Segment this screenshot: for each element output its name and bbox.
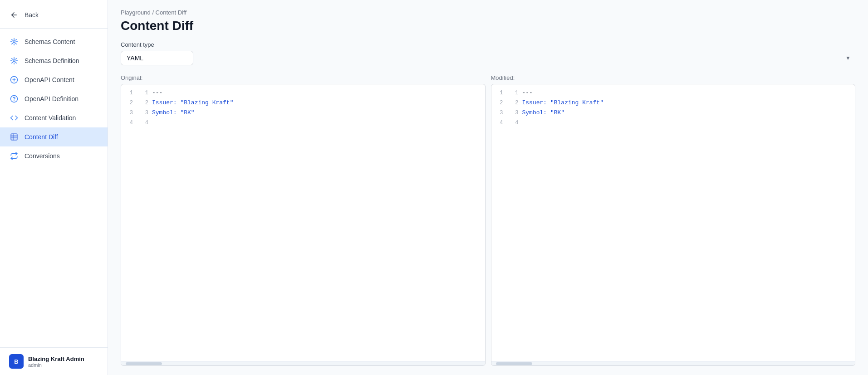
modified-editor[interactable]: 1 1 --- 2 2 Issuer: "Blazing Kraft" 3 3 bbox=[491, 84, 856, 366]
schemas-def-icon bbox=[9, 56, 19, 66]
sidebar-user: B Blazing Kraft Admin admin bbox=[0, 347, 108, 375]
svg-point-2 bbox=[13, 60, 15, 62]
scrollbar-horizontal[interactable] bbox=[121, 361, 485, 365]
page-title: Content Diff bbox=[121, 19, 855, 33]
chevron-down-icon: ▼ bbox=[845, 55, 851, 61]
original-panel: Original: 1 1 --- 2 2 Issuer: "Blazing K… bbox=[121, 74, 485, 366]
sidebar-item-label: Content Diff bbox=[25, 133, 58, 141]
svg-point-1 bbox=[13, 41, 15, 43]
user-name: Blazing Kraft Admin bbox=[28, 356, 84, 362]
sidebar-item-schemas-content[interactable]: Schemas Content bbox=[0, 32, 108, 51]
modified-panel: Modified: 1 1 --- 2 2 Issuer: "Blazing K… bbox=[491, 74, 856, 366]
diff-panels: Original: 1 1 --- 2 2 Issuer: "Blazing K… bbox=[121, 74, 855, 366]
content-type-select-wrapper: YAML JSON XML ▼ bbox=[121, 51, 855, 65]
line-number-inner: 2 bbox=[510, 98, 522, 107]
line-text: Symbol: "BK" bbox=[522, 108, 855, 117]
sidebar-item-label: Content Validation bbox=[25, 114, 76, 122]
table-row: 4 4 bbox=[491, 118, 855, 128]
line-number-outer: 3 bbox=[491, 108, 510, 117]
modified-label: Modified: bbox=[491, 74, 856, 81]
user-info: Blazing Kraft Admin admin bbox=[28, 356, 84, 368]
sidebar-item-conversions[interactable]: Conversions bbox=[0, 146, 108, 166]
sidebar-back[interactable]: Back bbox=[0, 5, 108, 24]
avatar: B bbox=[9, 354, 24, 369]
line-number-outer: 2 bbox=[121, 98, 139, 107]
content-type-label: Content type bbox=[121, 41, 855, 48]
line-number-outer: 4 bbox=[491, 118, 510, 127]
line-number-inner: 1 bbox=[139, 88, 152, 97]
breadcrumb: Playground / Content Diff bbox=[121, 9, 855, 16]
line-number-outer: 1 bbox=[121, 88, 139, 97]
original-editor[interactable]: 1 1 --- 2 2 Issuer: "Blazing Kraft" 3 3 bbox=[121, 84, 485, 366]
sidebar-item-content-diff[interactable]: Content Diff bbox=[0, 127, 108, 146]
svg-rect-4 bbox=[11, 134, 17, 140]
openapi-def-icon bbox=[9, 94, 19, 104]
sidebar: Back Schemas Content Schemas Definition bbox=[0, 0, 108, 375]
sidebar-item-label: Schemas Definition bbox=[25, 57, 79, 64]
sidebar-divider-1 bbox=[0, 28, 108, 29]
sidebar-item-label: OpenAPI Definition bbox=[25, 95, 78, 102]
back-icon bbox=[9, 10, 19, 20]
original-editor-content[interactable]: 1 1 --- 2 2 Issuer: "Blazing Kraft" 3 3 bbox=[121, 84, 485, 361]
line-number-outer: 1 bbox=[491, 88, 510, 97]
validation-icon bbox=[9, 113, 19, 123]
line-text: Issuer: "Blazing Kraft" bbox=[152, 98, 485, 107]
table-row: 1 1 --- bbox=[121, 88, 485, 98]
table-row: 2 2 Issuer: "Blazing Kraft" bbox=[121, 98, 485, 108]
line-number-inner: 2 bbox=[139, 98, 152, 107]
openapi-content-icon bbox=[9, 75, 19, 85]
line-number-inner: 4 bbox=[510, 118, 522, 127]
back-label: Back bbox=[25, 11, 39, 19]
sidebar-nav: Back Schemas Content Schemas Definition bbox=[0, 0, 108, 347]
line-number-inner: 1 bbox=[510, 88, 522, 97]
table-row: 4 4 bbox=[121, 118, 485, 128]
table-row: 3 3 Symbol: "BK" bbox=[491, 108, 855, 118]
line-text: --- bbox=[522, 88, 855, 97]
scrollbar-horizontal[interactable] bbox=[491, 361, 855, 365]
line-number-outer: 4 bbox=[121, 118, 139, 127]
sidebar-item-openapi-content[interactable]: OpenAPI Content bbox=[0, 70, 108, 89]
line-number-inner: 3 bbox=[139, 108, 152, 117]
table-row: 3 3 Symbol: "BK" bbox=[121, 108, 485, 118]
diff-icon bbox=[9, 132, 19, 142]
table-row: 1 1 --- bbox=[491, 88, 855, 98]
line-number-inner: 4 bbox=[139, 118, 152, 127]
main-content: Playground / Content Diff Content Diff C… bbox=[108, 0, 868, 375]
sidebar-item-label: Conversions bbox=[25, 152, 60, 160]
sidebar-item-openapi-definition[interactable]: OpenAPI Definition bbox=[0, 89, 108, 108]
line-number-inner: 3 bbox=[510, 108, 522, 117]
line-number-outer: 2 bbox=[491, 98, 510, 107]
line-number-outer: 3 bbox=[121, 108, 139, 117]
scrollbar-thumb bbox=[496, 362, 532, 365]
schemas-content-icon bbox=[9, 37, 19, 47]
line-text: Symbol: "BK" bbox=[152, 108, 485, 117]
line-text: Issuer: "Blazing Kraft" bbox=[522, 98, 855, 107]
sidebar-item-content-validation[interactable]: Content Validation bbox=[0, 108, 108, 127]
original-label: Original: bbox=[121, 74, 485, 81]
modified-editor-content[interactable]: 1 1 --- 2 2 Issuer: "Blazing Kraft" 3 3 bbox=[491, 84, 855, 361]
user-role: admin bbox=[28, 362, 84, 368]
sidebar-item-label: Schemas Content bbox=[25, 38, 75, 45]
table-row: 2 2 Issuer: "Blazing Kraft" bbox=[491, 98, 855, 108]
content-type-select[interactable]: YAML JSON XML bbox=[121, 51, 193, 65]
sidebar-item-label: OpenAPI Content bbox=[25, 76, 74, 83]
scrollbar-thumb bbox=[126, 362, 162, 365]
line-text: --- bbox=[152, 88, 485, 97]
sidebar-item-schemas-definition[interactable]: Schemas Definition bbox=[0, 51, 108, 70]
conversions-icon bbox=[9, 151, 19, 161]
